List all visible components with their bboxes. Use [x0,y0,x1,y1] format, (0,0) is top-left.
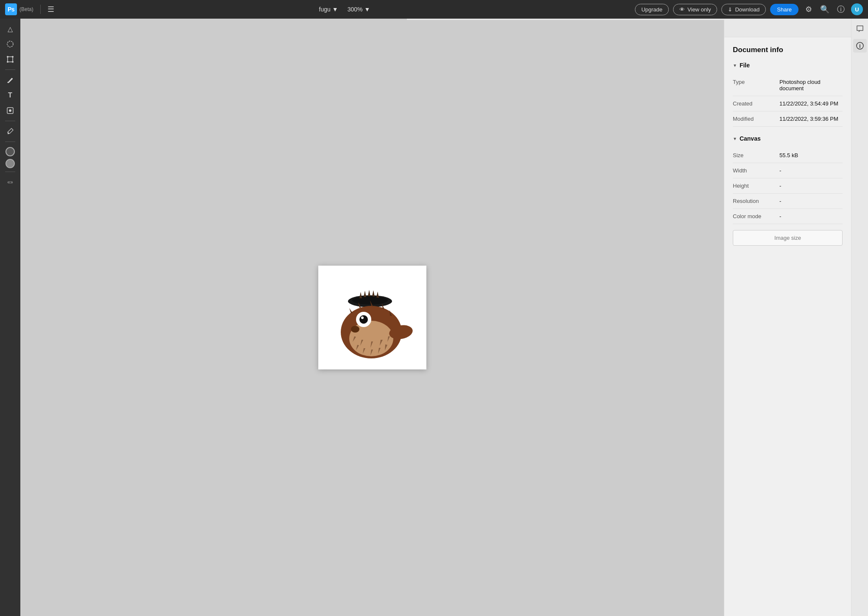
select-tool[interactable]: △ [3,22,17,36]
comment-icon[interactable] [853,22,867,36]
svg-point-2 [7,56,8,58]
color-mode-label: Color mode [733,213,779,219]
canvas-area [20,19,724,616]
main-layout: △ T «» [0,19,868,616]
info-icon[interactable]: i [853,39,867,53]
right-panel: Document info ▼ File Type Photoshop clou… [724,19,851,616]
upgrade-button[interactable]: Upgrade [635,4,669,15]
view-only-label: View only [687,6,711,13]
lasso-tool[interactable] [3,37,17,51]
right-panel-tabs [724,19,851,37]
toolbar-separator-3 [5,142,15,142]
image-size-button[interactable]: Image size [733,230,843,246]
file-section-title: File [740,62,750,69]
canvas-section-chevron-icon: ▼ [733,136,737,141]
width-value: - [779,167,843,174]
file-name-label: fugu [319,6,331,13]
topbar: Ps (Beta) ☰ fugu ▼ 300% ▼ Upgrade 👁 View… [0,0,868,19]
zoom-level-label: 300% [348,6,363,13]
resolution-value: - [779,198,843,204]
avatar[interactable]: U [851,3,863,15]
svg-marker-14 [372,290,375,297]
ps-logo-icon: Ps [5,3,17,15]
share-button[interactable]: Share [770,4,798,15]
left-toolbar: △ T «» [0,19,20,616]
file-section-chevron-icon: ▼ [733,63,737,68]
height-value: - [779,183,843,189]
file-name-button[interactable]: fugu ▼ [319,6,338,13]
canvas-section-title: Canvas [740,135,761,142]
file-section: ▼ File Type Photoshop cloud document Cre… [733,62,843,127]
hamburger-menu-icon[interactable]: ☰ [47,5,54,14]
svg-point-0 [7,41,13,47]
eye-icon: 👁 [679,6,685,13]
search-icon[interactable]: 🔍 [819,5,831,14]
background-color-swatch[interactable] [6,159,15,168]
avatar-initials: U [855,6,859,13]
beta-label: (Beta) [19,6,33,12]
file-name-chevron-icon: ▼ [332,6,338,13]
svg-marker-15 [376,291,379,298]
pufferfish-illustration [326,271,419,364]
canvas-image [318,266,426,369]
height-row: Height - [733,178,843,194]
view-only-button[interactable]: 👁 View only [673,4,717,15]
foreground-color-swatch[interactable] [6,147,15,156]
right-side-icons: i [851,19,868,616]
transform-tool[interactable] [3,53,17,66]
text-tool[interactable]: T [3,89,17,102]
type-row: Type Photoshop cloud document [733,75,843,96]
download-icon: ⇓ [728,6,732,13]
help-icon[interactable]: ⓘ [835,4,847,14]
resolution-label: Resolution [733,198,779,204]
type-value: Photoshop cloud document [779,79,843,92]
svg-text:i: i [859,43,860,49]
zoom-chevron-icon: ▼ [364,6,370,13]
created-value: 11/22/2022, 3:54:49 PM [779,100,843,107]
svg-marker-13 [368,290,370,296]
notifications-icon[interactable]: ⚙ [803,5,815,14]
svg-marker-11 [359,292,362,298]
size-row: Size 55.5 kB [733,148,843,163]
color-mode-value: - [779,213,843,219]
svg-point-22 [351,326,359,333]
download-button[interactable]: ⇓ Download [721,4,766,15]
svg-point-20 [359,315,368,324]
toolbar-separator [5,69,15,70]
width-row: Width - [733,163,843,178]
file-section-header[interactable]: ▼ File [733,62,843,69]
canvas-section: ▼ Canvas Size 55.5 kB Width - Height - R… [733,135,843,246]
width-label: Width [733,167,779,174]
shape-tool[interactable] [3,104,17,117]
svg-marker-23 [349,308,353,313]
svg-marker-12 [364,291,366,297]
divider [40,5,41,14]
created-label: Created [733,100,779,107]
svg-point-7 [9,109,11,112]
size-value: 55.5 kB [779,152,843,158]
modified-row: Modified 11/22/2022, 3:59:36 PM [733,111,843,127]
modified-value: 11/22/2022, 3:59:36 PM [779,116,843,122]
type-label: Type [733,79,779,85]
svg-point-4 [7,61,8,63]
created-row: Created 11/22/2022, 3:54:49 PM [733,96,843,111]
resolution-row: Resolution - [733,194,843,209]
svg-point-21 [361,316,364,319]
document-info-title: Document info [733,46,843,54]
modified-label: Modified [733,116,779,122]
size-label: Size [733,152,779,158]
zoom-control[interactable]: 300% ▼ [348,6,370,13]
toolbar-separator-4 [5,172,15,172]
collapse-toolbar-icon[interactable]: «» [3,175,17,189]
svg-point-3 [12,56,14,58]
brush-tool[interactable] [3,73,17,87]
toolbar-separator-2 [5,121,15,121]
download-label: Download [735,6,760,13]
height-label: Height [733,183,779,189]
svg-rect-1 [8,57,13,62]
svg-point-8 [8,133,9,134]
app-logo: Ps (Beta) [5,3,33,15]
eyedropper-tool[interactable] [3,125,17,138]
color-mode-row: Color mode - [733,209,843,224]
canvas-section-header[interactable]: ▼ Canvas [733,135,843,142]
